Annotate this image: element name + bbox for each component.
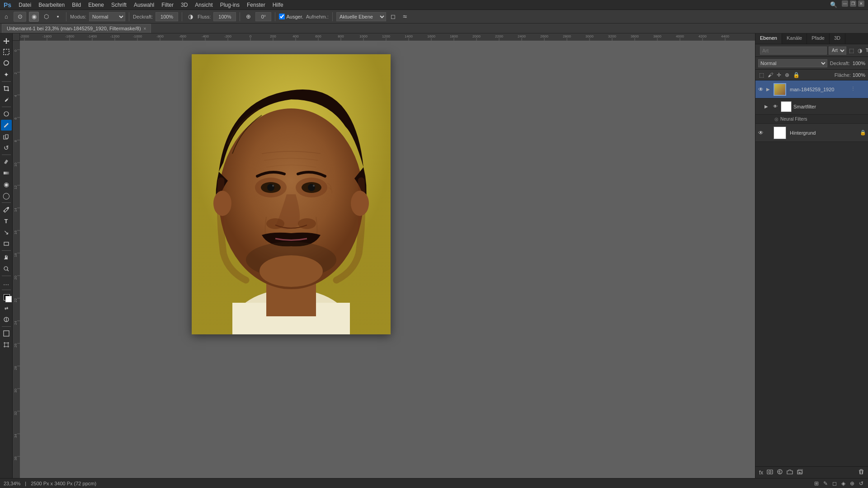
menu-datei[interactable]: Datei: [15, 1, 35, 9]
tab-kanaele[interactable]: Kanäle: [782, 33, 807, 44]
magic-wand-tool[interactable]: ✦: [1, 69, 12, 80]
clone-tool[interactable]: [1, 131, 12, 142]
tab-close-icon[interactable]: ×: [144, 26, 146, 31]
artboard-button[interactable]: [1, 339, 12, 350]
background-layer[interactable]: 👁 Hintergrund 🔒: [755, 124, 868, 142]
home-icon[interactable]: ⌂: [2, 12, 11, 21]
document-tab[interactable]: Unbenannt-1 bei 23,3% (man-1845259_1920,…: [2, 24, 151, 33]
brush-hardness-icon[interactable]: ▪: [53, 12, 62, 21]
background-visibility-toggle[interactable]: 👁: [757, 129, 764, 136]
crop-tool[interactable]: [1, 83, 12, 94]
lock-all-btn[interactable]: 🔒: [792, 71, 801, 79]
history-brush-tool[interactable]: ↺: [1, 142, 12, 153]
lock-image-btn[interactable]: 🖌: [767, 71, 774, 79]
add-adjustment-btn[interactable]: [776, 468, 784, 477]
size-input[interactable]: [156, 12, 178, 21]
menu-auswahl[interactable]: Auswahl: [130, 1, 158, 9]
lock-position-btn[interactable]: ✛: [776, 71, 782, 79]
layers-list: 👁 ▶ man-1845259_1920 ⋮ ▶ 👁 Smartfilter ◎…: [755, 80, 868, 466]
dodge-tool[interactable]: ◯: [1, 190, 12, 201]
menu-bild[interactable]: Bild: [68, 1, 85, 9]
smartfilter-thumbnail: [781, 101, 792, 112]
layer-search-input[interactable]: [760, 47, 827, 55]
tab-ebenen[interactable]: Ebenen: [755, 33, 782, 44]
zoom-tool[interactable]: [1, 263, 12, 274]
pressure-icon[interactable]: ◑: [186, 12, 195, 21]
gradient-tool[interactable]: [1, 168, 12, 178]
minimize-button[interactable]: —: [842, 0, 848, 7]
heal-tool[interactable]: [1, 108, 12, 119]
hand-tool[interactable]: [1, 252, 12, 263]
lasso-tool[interactable]: [1, 58, 12, 69]
menu-bearbeiten[interactable]: Bearbeiten: [35, 1, 68, 9]
menu-ebene[interactable]: Ebene: [85, 1, 108, 9]
layer-item[interactable]: 👁 ▶ man-1845259_1920 ⋮: [755, 80, 868, 99]
flow-input[interactable]: [213, 12, 236, 21]
add-layer-style-btn[interactable]: fx: [758, 469, 764, 477]
brush-size-icon[interactable]: ⬡: [42, 12, 51, 21]
frame-mode-button[interactable]: [1, 328, 12, 339]
menu-3d[interactable]: 3D: [177, 1, 191, 9]
mode-label: Modus:: [70, 14, 86, 19]
status-rotate-btn[interactable]: ↺: [858, 479, 864, 488]
status-grid-btn[interactable]: ⊞: [813, 479, 820, 488]
lock-artboard-btn[interactable]: ⊕: [784, 71, 790, 79]
add-group-btn[interactable]: [786, 468, 794, 477]
shape-tool[interactable]: [1, 238, 12, 249]
move-tool[interactable]: [1, 35, 12, 46]
filter-text-btn[interactable]: T: [865, 47, 868, 54]
swap-colors-button[interactable]: ⇄: [1, 303, 12, 314]
neural-filter-item[interactable]: ◎ Neural Filters: [755, 115, 868, 124]
foreground-color-swatch[interactable]: [1, 291, 12, 302]
selection-tool[interactable]: [1, 47, 12, 57]
tab-3d[interactable]: 3D: [830, 33, 845, 44]
sub-layer-smartfilter[interactable]: ▶ 👁 Smartfilter: [755, 99, 868, 115]
lock-transparent-btn[interactable]: ⬚: [758, 71, 765, 79]
quick-mask-button[interactable]: [1, 314, 12, 325]
brush-options-icon[interactable]: ◉: [29, 12, 39, 22]
add-mask-btn[interactable]: [766, 468, 774, 477]
angle-icon[interactable]: ⊕: [244, 12, 253, 21]
search-icon[interactable]: 🔍: [829, 0, 838, 9]
more-tools-button[interactable]: …: [1, 277, 12, 288]
smoothing-icon[interactable]: ≈: [401, 12, 410, 21]
opacity-value: 100%: [853, 61, 865, 66]
show-hide-icon[interactable]: ◻: [389, 12, 398, 21]
mode-select[interactable]: Normal Multiplizieren Bildschirm: [89, 12, 125, 21]
blend-mode-select[interactable]: Normal Multiplizieren: [758, 59, 827, 67]
eyedropper-tool[interactable]: [1, 94, 12, 105]
close-button[interactable]: ✕: [858, 0, 864, 7]
status-3d-btn[interactable]: ◈: [840, 479, 846, 488]
menu-ansicht[interactable]: Ansicht: [191, 1, 216, 9]
status-edit-btn[interactable]: ✎: [822, 479, 829, 488]
layer-select[interactable]: Aktuelle Ebene Alle Ebenen: [336, 12, 386, 21]
filter-pixel-btn[interactable]: ⬚: [848, 47, 855, 55]
sample-checkbox[interactable]: Ausger.: [279, 14, 303, 19]
angle-input[interactable]: [255, 12, 271, 21]
menu-hilfe[interactable]: Hilfe: [269, 1, 287, 9]
brush-tool[interactable]: [1, 120, 12, 131]
delete-layer-btn[interactable]: [857, 468, 865, 477]
restore-button[interactable]: ❐: [850, 0, 856, 7]
pen-tool[interactable]: [1, 204, 12, 215]
menu-schrift[interactable]: Schrift: [108, 1, 130, 9]
add-new-layer-btn[interactable]: [796, 468, 804, 477]
layer-clipping-icon: ▶: [766, 87, 772, 92]
filter-kind-select[interactable]: Art: [829, 47, 846, 55]
canvas-viewport[interactable]: [20, 41, 755, 478]
tab-pfade[interactable]: Pfade: [807, 33, 830, 44]
filter-adjust-btn[interactable]: ◑: [857, 47, 863, 55]
status-zoom-btn[interactable]: ⊕: [849, 479, 855, 488]
smartfilter-visibility[interactable]: 👁: [772, 103, 779, 110]
text-tool[interactable]: T: [1, 216, 12, 226]
eraser-tool[interactable]: [1, 156, 12, 167]
blur-tool[interactable]: ◉: [1, 179, 12, 190]
brush-preset-icon[interactable]: ⊙: [14, 12, 26, 22]
layer-visibility-toggle[interactable]: 👁: [757, 86, 764, 93]
menu-fenster[interactable]: Fenster: [243, 1, 269, 9]
menu-plugins[interactable]: Plug-ins: [217, 1, 243, 9]
status-mask-btn[interactable]: ◻: [831, 479, 838, 488]
path-selection-tool[interactable]: ↘: [1, 227, 12, 238]
status-icons: ⊞ ✎ ◻ ◈ ⊕ ↺: [813, 479, 864, 488]
menu-filter[interactable]: Filter: [158, 1, 177, 9]
